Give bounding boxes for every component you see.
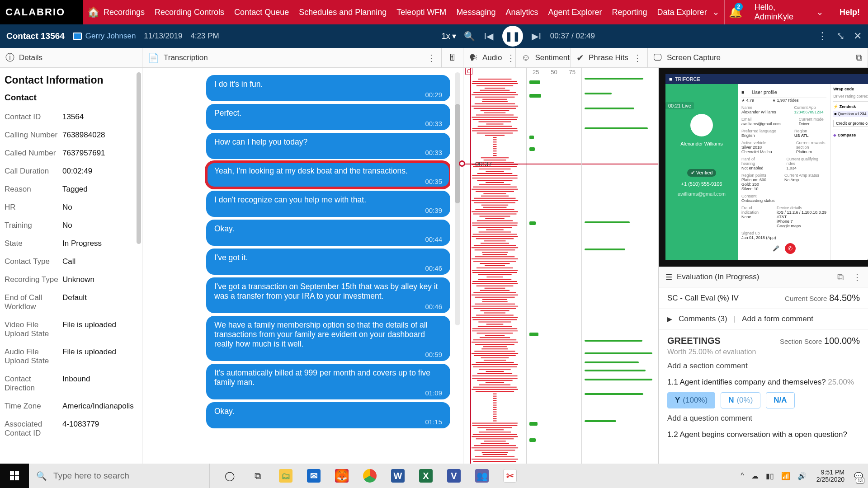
channel-badge: C: [465, 68, 472, 75]
eval-popout-icon[interactable]: ⧉: [837, 272, 844, 282]
zoom-icon[interactable]: 🔍: [464, 31, 475, 42]
close-icon[interactable]: ✕: [854, 30, 862, 42]
action-center-icon[interactable]: 💬13: [849, 464, 868, 488]
phrase-bar: [585, 370, 646, 371]
add-question-comment[interactable]: Add a question comment: [667, 414, 860, 423]
detail-row: Call Duration00:02:49: [5, 162, 136, 180]
tb-explorer-icon[interactable]: 🗂: [272, 464, 299, 488]
add-section-comment[interactable]: Add a section comment: [667, 361, 860, 371]
tb-excel-icon[interactable]: X: [412, 464, 439, 488]
pane-hd-transcription: 📄 Transcription ⋮: [142, 48, 442, 67]
taskbar-search[interactable]: 🔍 Type here to search: [29, 464, 210, 488]
caret-right-icon: ▶: [667, 315, 672, 323]
detail-row: StateIn Progress: [5, 235, 136, 253]
audio-menu-icon[interactable]: ⋮: [506, 52, 515, 63]
nav-agent-explorer[interactable]: Agent Explorer: [548, 8, 602, 17]
system-tray[interactable]: ^ ☁ ▮▯ 📶 🔊: [735, 472, 812, 480]
agent-card-icon: [73, 33, 82, 40]
nav-data-explorer[interactable]: Data Explorer: [657, 8, 707, 17]
notifications-icon[interactable]: 🔔2: [724, 0, 746, 24]
detail-row: Contact TypeCall: [5, 253, 136, 271]
skip-fwd-icon[interactable]: ▶I: [531, 31, 542, 42]
tb-snip-icon[interactable]: ✂: [496, 464, 524, 488]
transcript-message[interactable]: I've got it.00:46: [206, 249, 450, 275]
question-text: 1.1 Agent identifies company and themsel…: [667, 378, 826, 386]
search-placeholder: Type here to search: [53, 471, 129, 481]
transcript-message[interactable]: Perfect.00:33: [206, 104, 450, 130]
tray-cloud-icon[interactable]: ☁: [751, 472, 759, 480]
tb-chrome-icon[interactable]: [356, 464, 383, 488]
transcript-message[interactable]: I don't recognize can you help me with t…: [206, 191, 450, 217]
popout-icon[interactable]: ⧉: [856, 52, 862, 63]
detail-key: Calling Number: [5, 131, 62, 140]
collapse-icon[interactable]: ⤡: [836, 30, 844, 42]
nav-messaging[interactable]: Messaging: [456, 8, 495, 17]
detail-value: Unknown: [62, 275, 136, 284]
answer-option[interactable]: Y (100%): [667, 392, 715, 408]
nav-analytics[interactable]: Analytics: [505, 8, 538, 17]
nav-contact-queue[interactable]: Contact Queue: [234, 8, 289, 17]
sentiment-bar: [529, 422, 538, 426]
answer-option[interactable]: N/A: [766, 392, 794, 408]
tb-taskview-icon[interactable]: ⧉: [244, 464, 271, 488]
tb-cortana-icon[interactable]: ◯: [216, 464, 243, 488]
tb-word-icon[interactable]: W: [384, 464, 411, 488]
playhead-icon[interactable]: [459, 160, 465, 167]
tray-chevron-icon[interactable]: ^: [741, 472, 744, 480]
start-button[interactable]: [0, 464, 29, 488]
answer-option[interactable]: N (0%): [721, 392, 760, 408]
help-link[interactable]: Help!: [831, 8, 868, 17]
agent-link[interactable]: Gerry Johnsen: [73, 32, 136, 41]
tray-volume-icon[interactable]: 🔊: [797, 472, 807, 480]
transcription-menu-icon[interactable]: ⋮: [427, 52, 436, 63]
phrase-bar: [585, 78, 643, 80]
taskbar-clock[interactable]: 9:51 PM2/25/2020: [812, 469, 849, 483]
svg-rect-174: [10, 476, 14, 480]
nav-reporting[interactable]: Reporting: [612, 8, 647, 17]
add-form-comment[interactable]: Add a form comment: [742, 314, 813, 324]
transcription-scrollbar[interactable]: [455, 72, 460, 325]
transcript-message[interactable]: It's automatically billed at 999 per mon…: [206, 364, 450, 399]
right-column: ■TRIFORCE 00:21 Live Alexander Williams …: [659, 68, 868, 464]
transcript-message[interactable]: Okay.01:15: [206, 402, 450, 428]
svg-rect-172: [10, 471, 14, 475]
detail-value: File is uploaded: [62, 320, 136, 338]
speed-toggle[interactable]: 1x▾: [442, 31, 456, 41]
nav-recordings[interactable]: Recordings: [104, 8, 145, 17]
question-text: 1.2 Agent begins conversation with a ope…: [667, 430, 847, 439]
transcript-message[interactable]: How can I help you today?00:33: [206, 133, 450, 159]
tb-firefox-icon[interactable]: 🦊: [328, 464, 355, 488]
tb-visio-icon[interactable]: V: [440, 464, 467, 488]
sentiment-bar: [529, 221, 536, 225]
nav-recording-controls[interactable]: Recording Controls: [155, 8, 224, 17]
audio-pane[interactable]: C 00:37: [463, 68, 527, 464]
tune-icon: 🎚: [448, 52, 457, 63]
screen-icon: 🖵: [653, 52, 662, 63]
transcript-message[interactable]: I do it's in fun.00:29: [206, 75, 450, 101]
tb-outlook-icon[interactable]: ✉: [300, 464, 327, 488]
tray-wifi-icon[interactable]: 📶: [781, 472, 790, 480]
transcript-message[interactable]: Yeah, I'm looking at my desk boat and th…: [206, 162, 450, 188]
skip-back-icon[interactable]: I◀: [483, 31, 494, 42]
eval-form-name: SC - Call Eval (%) IV: [667, 294, 739, 303]
transcript-message[interactable]: I've got a transaction on September 15th…: [206, 277, 450, 313]
nav-more-icon[interactable]: ⌄: [707, 7, 725, 17]
pause-button[interactable]: ❚❚: [502, 26, 523, 47]
home-icon[interactable]: 🏠: [83, 6, 104, 18]
nav-schedules[interactable]: Schedules and Planning: [299, 8, 387, 17]
pane-hd-tune[interactable]: 🎚: [442, 48, 463, 67]
evaluation-body: SC - Call Eval (%) IV Current Score 84.5…: [659, 287, 868, 464]
nav-teleopti[interactable]: Teleopti WFM: [396, 8, 446, 17]
more-icon[interactable]: ⋮: [817, 30, 827, 42]
phrase-menu-icon[interactable]: ⋮: [633, 52, 642, 63]
comments-toggle[interactable]: ▶ Comments (3) | Add a form comment: [667, 314, 860, 324]
user-menu[interactable]: Hello, AdminKyle ⌄: [746, 3, 831, 22]
message-time: 00:59: [214, 351, 442, 358]
transcript-message[interactable]: Okay.00:44: [206, 220, 450, 246]
tray-battery-icon[interactable]: ▮▯: [766, 472, 774, 480]
tb-teams-icon[interactable]: 👥: [468, 464, 495, 488]
eval-menu-icon[interactable]: ⋮: [853, 272, 862, 282]
phrase-bar: [585, 249, 625, 250]
detail-row: ReasonTagged: [5, 180, 136, 198]
transcript-message[interactable]: We have a family membership option so th…: [206, 316, 450, 361]
